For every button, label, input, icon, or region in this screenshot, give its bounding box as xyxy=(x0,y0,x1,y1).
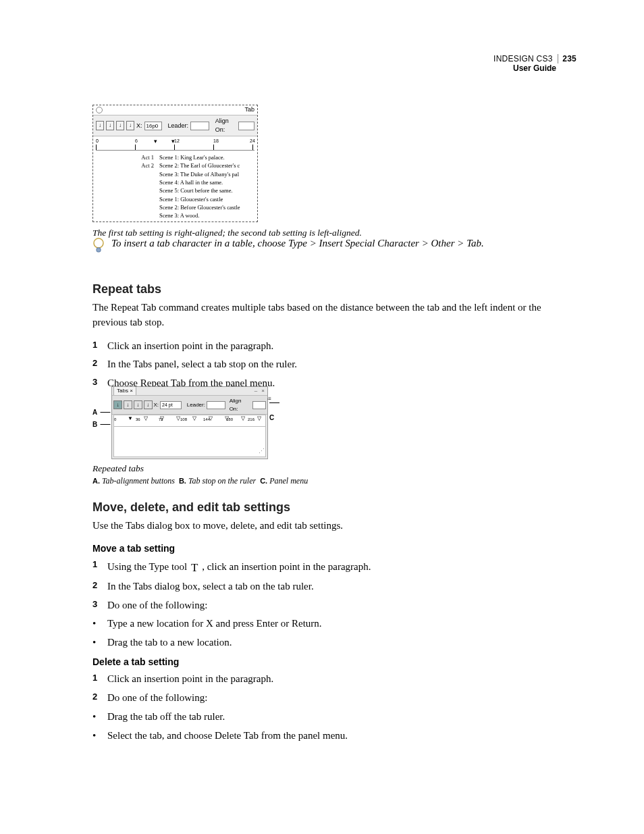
x-value-field: 16p0 xyxy=(144,122,162,130)
x-value-field: 24 pt xyxy=(160,401,182,409)
tip-block: To insert a tab character in a table, ch… xyxy=(92,236,562,255)
tab-align-right-icon: ↓ xyxy=(116,121,124,130)
step: In the Tabs dialog box, select a tab on … xyxy=(107,579,314,594)
fig2-caption: Repeated tabs xyxy=(92,462,562,475)
svg-point-0 xyxy=(94,238,103,248)
tip-text: To insert a tab character in a table, ch… xyxy=(111,236,484,251)
alignon-field xyxy=(238,122,254,130)
leader-field xyxy=(190,122,209,130)
window-buttons: – × xyxy=(254,387,266,395)
bullet: Type a new location for X and press Ente… xyxy=(107,617,322,631)
heading-move-tab: Move a tab setting xyxy=(92,542,562,555)
step: Click an insertion point in the paragrap… xyxy=(107,672,273,687)
tab-align-center-icon: ↓ xyxy=(106,121,114,130)
leader-label: Leader: xyxy=(168,122,189,130)
type-tool-icon: T xyxy=(190,560,199,577)
tab-align-left-icon: ↓ xyxy=(113,400,122,409)
lightbulb-icon xyxy=(92,238,105,255)
body-move-delete-edit: Use the Tabs dialog box to move, delete,… xyxy=(92,519,562,533)
tab-ruler: ▼ ▽ ▽ ▽ ▽ ▽ ▽ ▽ ▽ 0 36 72 108 144 180 21… xyxy=(113,415,266,427)
step: Do one of the following: xyxy=(107,691,207,706)
section-repeat-tabs: Repeat tabs The Repeat Tab command creat… xyxy=(92,280,562,393)
heading-move-delete-edit: Move, delete, and edit tab settings xyxy=(92,498,562,516)
x-label: X: xyxy=(154,401,159,409)
page-number: 235 xyxy=(558,54,576,63)
section-move-delete-edit: Move, delete, and edit tab settings Use … xyxy=(92,498,562,540)
step: Using the Type tool T , click an inserti… xyxy=(107,558,371,575)
fig1-left-column: Act 1 Act 2 xyxy=(96,153,154,220)
figure-1: Tab ↓ ↓ ↓ ↓ X: 16p0 Leader: Align On: ▾ … xyxy=(92,105,562,239)
fig2-legend: A. Tab-alignment buttons B. Tab stop on … xyxy=(92,475,562,487)
product-name: INDESIGN CS3 xyxy=(493,54,553,63)
alignon-label: Align On: xyxy=(215,117,236,134)
tab-align-center-icon: ↓ xyxy=(124,400,132,409)
tab-align-right-icon: ↓ xyxy=(134,400,142,409)
leader-label: Leader: xyxy=(187,401,205,409)
tab-align-left-icon: ↓ xyxy=(96,121,104,130)
bullet: Select the tab, and choose Delete Tab fr… xyxy=(107,729,348,744)
tabs-panel-fig2: Tabs × – × ▸≡ ↓ ↓ ↓ ↓ X: 24 pt Leader: A… xyxy=(111,386,268,459)
leader-field xyxy=(207,401,225,409)
bullet: Drag the tab off the tab ruler. xyxy=(107,710,225,725)
section-move-tab: Move a tab setting 1 Using the Type tool… xyxy=(92,542,562,652)
heading-repeat-tabs: Repeat tabs xyxy=(92,280,562,298)
step: In the Tabs panel, select a tab stop on … xyxy=(107,357,297,372)
heading-delete-tab: Delete a tab setting xyxy=(92,655,562,669)
section-delete-tab: Delete a tab setting 1Click an insertion… xyxy=(92,655,562,745)
step: Click an insertion point in the paragrap… xyxy=(107,339,273,354)
doc-title: User Guide xyxy=(493,63,576,73)
svg-rect-1 xyxy=(97,248,101,252)
tab-align-decimal-icon: ↓ xyxy=(144,400,153,409)
tabs-panel-fig1: Tab ↓ ↓ ↓ ↓ X: 16p0 Leader: Align On: ▾ … xyxy=(92,105,258,222)
figure-2: A — B — — C Tabs × – × ▸≡ ↓ ↓ ↓ ↓ X: 24 … xyxy=(92,386,562,487)
bullet: Drag the tab to a new location. xyxy=(107,635,232,650)
panel-label: Tab xyxy=(244,105,254,114)
page-header: INDESIGN CS3 235 User Guide xyxy=(493,54,576,74)
alignon-label: Align On: xyxy=(230,397,252,413)
tab-ruler: ▾ ▾ 0 6 12 18 24 xyxy=(96,138,254,151)
fig1-right-column: Scene 1: King Lear's palace. Scene 2: Th… xyxy=(159,153,254,220)
x-label: X: xyxy=(136,122,142,130)
alignon-field xyxy=(252,401,266,409)
window-close-dot xyxy=(96,107,103,113)
step: Do one of the following: xyxy=(107,598,207,613)
body-repeat-tabs: The Repeat Tab command creates multiple … xyxy=(92,301,562,330)
tab-align-decimal-icon: ↓ xyxy=(126,121,134,130)
